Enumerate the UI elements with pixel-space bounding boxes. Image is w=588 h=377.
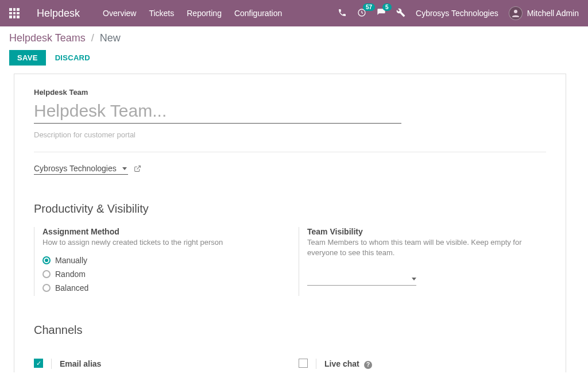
apps-launcher-icon[interactable] [9, 8, 20, 18]
external-link-icon[interactable] [134, 165, 141, 174]
assignment-method-title: Assignment Method [42, 227, 281, 236]
debug-tools-icon[interactable] [396, 8, 405, 19]
chevron-down-icon [412, 278, 416, 280]
form-scroll-region[interactable]: Helpdesk Team Cybrosys Technologies Prod… [14, 74, 579, 372]
breadcrumb-sep: / [91, 32, 94, 44]
radio-label: Balanced [55, 283, 88, 293]
user-menu[interactable]: Mitchell Admin [509, 6, 579, 20]
team-visibility-title: Team Visibility [307, 227, 546, 236]
section-channels-title: Channels [34, 324, 546, 337]
form-sheet: Helpdesk Team Cybrosys Technologies Prod… [14, 74, 566, 372]
company-switcher[interactable]: Cybrosys Technologies [416, 9, 498, 18]
app-brand[interactable]: Helpdesk [37, 7, 80, 20]
live-chat-checkbox[interactable] [299, 359, 308, 368]
nav-right: 57 5 Cybrosys Technologies Mitchell Admi… [338, 6, 579, 20]
company-select[interactable]: Cybrosys Technologies [34, 164, 128, 175]
radio-icon [42, 270, 51, 278]
control-panel: Helpdesk Teams / New SAVE DISCARD [0, 26, 588, 74]
radio-label: Manually [55, 256, 87, 265]
save-button[interactable]: SAVE [9, 50, 46, 66]
breadcrumb-current: New [100, 32, 121, 44]
avatar-icon [509, 6, 523, 20]
nav-configuration[interactable]: Configuration [234, 9, 282, 18]
svg-point-1 [514, 10, 517, 13]
nav-reporting[interactable]: Reporting [187, 9, 222, 18]
team-visibility-block: Team Visibility Team Members to whom thi… [299, 227, 546, 296]
activity-icon[interactable]: 57 [357, 8, 366, 19]
breadcrumb-root[interactable]: Helpdesk Teams [9, 32, 86, 44]
assignment-method-subtitle: How to assign newly created tickets to t… [42, 237, 281, 248]
live-chat-label: Live chat [324, 359, 359, 368]
email-alias-checkbox[interactable]: ✓ [34, 359, 43, 368]
team-visibility-input[interactable] [307, 273, 416, 286]
team-name-label: Helpdesk Team [34, 88, 546, 97]
divider [34, 152, 546, 152]
company-select-value: Cybrosys Technologies [34, 164, 117, 173]
messages-icon[interactable]: 5 [377, 8, 386, 19]
chevron-down-icon [122, 167, 127, 170]
phone-icon[interactable] [338, 8, 347, 19]
breadcrumb: Helpdesk Teams / New [9, 32, 579, 44]
assignment-radio-random[interactable]: Random [42, 270, 281, 279]
nav-overview[interactable]: Overview [103, 9, 136, 18]
section-productivity-title: Productivity & Visibility [34, 202, 546, 216]
top-nav: Helpdesk Overview Tickets Reporting Conf… [0, 0, 588, 26]
assignment-radio-manually[interactable]: Manually [42, 256, 281, 265]
nav-tickets[interactable]: Tickets [149, 9, 174, 18]
messages-badge: 5 [382, 3, 392, 11]
user-name: Mitchell Admin [527, 9, 579, 18]
assignment-radio-balanced[interactable]: Balanced [42, 283, 281, 293]
assignment-method-block: Assignment Method How to assign newly cr… [34, 227, 281, 296]
nav-menu: Overview Tickets Reporting Configuration [103, 9, 282, 18]
radio-icon [42, 256, 51, 264]
radio-label: Random [55, 270, 86, 279]
discard-button[interactable]: DISCARD [55, 53, 90, 62]
channel-live-chat-block: Live chat ? [299, 348, 546, 372]
team-visibility-subtitle: Team Members to whom this team will be v… [307, 237, 546, 258]
email-alias-label: Email alias [60, 359, 101, 368]
help-icon[interactable]: ? [364, 361, 372, 369]
team-description-input[interactable] [34, 128, 546, 141]
activity-badge: 57 [363, 3, 375, 11]
radio-icon [42, 284, 51, 292]
channel-email-alias-block: ✓ Email alias [34, 348, 281, 372]
team-name-input[interactable] [34, 99, 401, 124]
